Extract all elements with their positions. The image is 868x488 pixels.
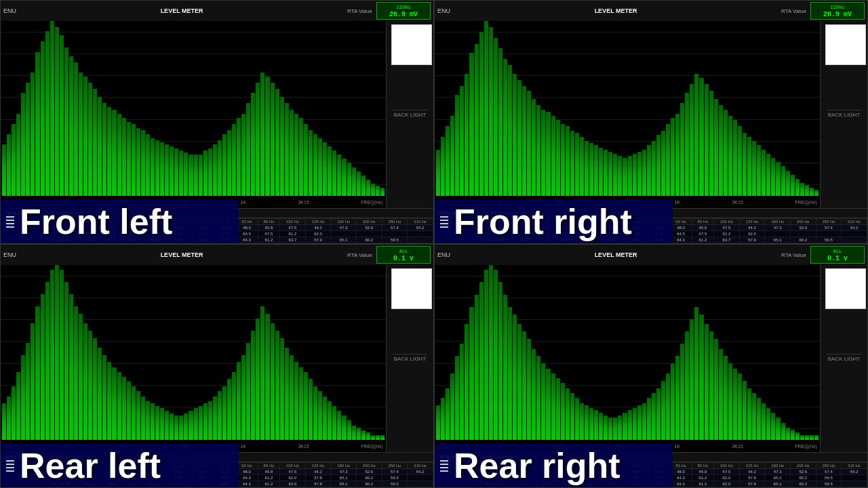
back-light-button[interactable]: BACK LIGHT <box>827 110 862 119</box>
spectrum-bar <box>791 430 795 440</box>
spectrum-bar <box>566 388 570 440</box>
table-cell: 61.2 <box>692 475 713 481</box>
table-cell: 48.0 <box>670 225 692 231</box>
spectrum-bar <box>705 324 709 440</box>
spectrum-bar <box>332 150 336 196</box>
spectrum-bar <box>366 180 370 196</box>
spectrum-bar <box>455 356 459 440</box>
table-cell: 65.1 <box>331 237 357 243</box>
menu-label[interactable]: ENU <box>3 7 16 14</box>
spectrum-bar <box>165 411 169 440</box>
freq-end-label: FREQ(Hz) <box>795 444 817 449</box>
spectrum-bar <box>757 145 761 196</box>
spectrum-bar <box>489 265 493 440</box>
rta-value-box <box>391 24 432 65</box>
table-cell <box>408 475 433 481</box>
table-cell: 45.8 <box>692 225 713 231</box>
table-header-cell: 160 Hz <box>765 219 791 225</box>
spectrum-bar <box>766 408 770 440</box>
table-cell: 57.4 <box>382 225 408 231</box>
table-cell: 57.4 <box>816 225 842 231</box>
table-cell: 57.4 <box>382 469 408 475</box>
spectrum-bar <box>357 428 361 440</box>
table-header-cell: 63 Hz <box>236 463 258 469</box>
spectrum-bar <box>208 401 212 440</box>
menu-label[interactable]: ENU <box>3 251 16 258</box>
spectrum-bar <box>436 150 440 196</box>
spectrum-bar <box>199 155 203 196</box>
spectrum-bar <box>771 158 775 196</box>
back-light-button[interactable]: BACK LIGHT <box>827 354 862 363</box>
spectrum-bar <box>132 124 136 196</box>
spectrum-bar <box>709 331 713 440</box>
spectrum-bar <box>371 184 375 196</box>
spectrum-bar <box>656 388 660 440</box>
spectrum-container: ALL311003151K3K15FREQ(Hz) <box>1 21 386 208</box>
table-cell: 65.1 <box>765 475 791 481</box>
table-header-cell: 160 Hz <box>765 463 791 469</box>
spectrum-bar <box>55 265 59 440</box>
table-cell: 48.0 <box>236 469 258 475</box>
channel-icon <box>6 460 14 472</box>
table-header-cell: 160 Hz <box>331 463 357 469</box>
spectrum-bar <box>513 314 517 440</box>
spectrum-bar <box>762 150 766 196</box>
spectrum-bar <box>522 86 526 196</box>
spectrum-bar <box>98 97 102 196</box>
table-cell: 54.2 <box>842 469 867 475</box>
back-light-button[interactable]: BACK LIGHT <box>393 354 428 363</box>
spectrum-bar <box>222 386 226 440</box>
table-header-cell: 63 Hz <box>670 219 692 225</box>
spectrum-bar <box>705 84 709 196</box>
back-light-button[interactable]: BACK LIGHT <box>393 110 428 119</box>
spectrum-bar <box>122 377 126 440</box>
spectrum-bar <box>285 103 289 196</box>
rta-value-box <box>391 268 432 309</box>
table-cell: 61.2 <box>280 231 306 237</box>
spectrum-bar <box>227 130 231 196</box>
table-cell: 64.5 <box>236 231 258 237</box>
rta-side-panel: BACK LIGHT <box>386 265 433 452</box>
menu-label[interactable]: ENU <box>437 251 450 258</box>
menu-label[interactable]: ENU <box>437 7 450 14</box>
spectrum-bar <box>781 423 785 440</box>
spectrum-bar <box>347 420 351 440</box>
spectrum-bar <box>585 405 589 440</box>
table-header-cell: 200 Hz <box>791 463 816 469</box>
freq-label: 1K <box>240 444 246 449</box>
spectrum-bar <box>352 167 356 196</box>
spectrum-bar <box>328 146 332 196</box>
table-header-cell: 250 Hz <box>816 463 842 469</box>
spectrum-bar <box>2 144 6 196</box>
spectrum-bar <box>60 270 64 440</box>
table-header-cell: 200 Hz <box>357 463 382 469</box>
spectrum-bar <box>671 363 675 440</box>
spectrum-bar <box>475 44 479 196</box>
spectrum-bar <box>489 27 493 196</box>
channel-icon <box>440 216 448 228</box>
panel-top-bar: ENULEVEL METERRTA ValueALL0.1 v <box>435 245 867 265</box>
spectrum-bar <box>747 388 751 440</box>
table-cell: 47.5 <box>280 469 306 475</box>
spectrum-bar <box>160 142 164 196</box>
table-cell: 65.1 <box>331 481 357 487</box>
spectrum-bar <box>260 73 264 196</box>
spectrum-bar <box>16 114 20 196</box>
spectrum-bar <box>194 408 198 440</box>
table-header-cell: 100 Hz <box>280 463 306 469</box>
channel-label-front-left: Front left <box>1 200 239 243</box>
table-header-cell: 80 Hz <box>258 219 279 225</box>
spectrum-bar <box>79 73 83 196</box>
spectrum-bar <box>222 134 226 196</box>
spectrum-bar <box>494 38 498 196</box>
spectrum-bar <box>203 150 208 196</box>
spectrum-bar <box>469 53 473 196</box>
spectrum-bar <box>275 89 279 196</box>
spectrum-bar <box>709 91 713 196</box>
spectrum-container: ALL311003151K3K15FREQ(Hz) <box>1 265 386 452</box>
spectrum-bars <box>435 21 820 196</box>
table-cell: 47.5 <box>714 469 740 475</box>
spectrum-bar <box>380 188 384 196</box>
spectrum-bar <box>127 122 131 196</box>
spectrum-bar <box>265 77 269 196</box>
